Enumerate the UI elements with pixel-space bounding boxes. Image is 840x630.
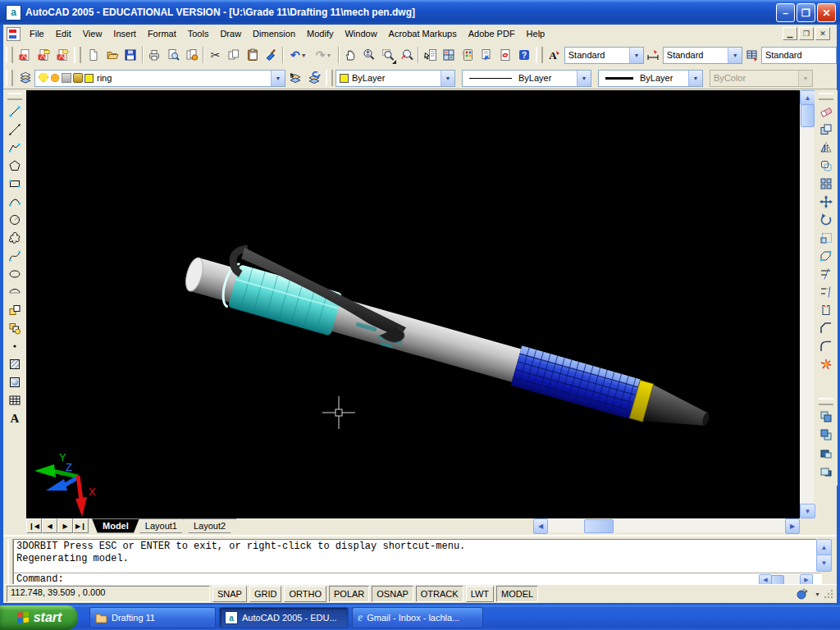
make-block-button[interactable] xyxy=(5,319,25,337)
save-button[interactable] xyxy=(121,45,140,65)
ellipse-button[interactable] xyxy=(5,265,25,283)
text-style-button[interactable]: A xyxy=(546,45,564,65)
layers-toolbar-grip[interactable] xyxy=(6,70,13,86)
menu-edit[interactable]: Edit xyxy=(50,26,77,41)
tab-layout2[interactable]: Layout2 xyxy=(183,518,236,533)
convert-to-pdf-and-review-button[interactable] xyxy=(53,45,72,65)
toggle-otrack[interactable]: OTRACK xyxy=(416,586,463,602)
pan-realtime-button[interactable] xyxy=(341,45,360,65)
open-button[interactable] xyxy=(103,45,121,65)
new-button[interactable] xyxy=(84,45,103,65)
arc-button[interactable] xyxy=(5,193,25,211)
table-button[interactable] xyxy=(5,391,25,409)
zoom-previous-button[interactable] xyxy=(397,45,416,65)
first-tab-button[interactable]: ❙◀ xyxy=(26,518,42,533)
combo-arrow-icon[interactable]: ▼ xyxy=(577,71,591,86)
layer-lock-icon[interactable] xyxy=(73,73,83,83)
dim-style-combo[interactable]: Standard▼ xyxy=(663,47,742,64)
toggle-polar[interactable]: POLAR xyxy=(329,586,369,602)
fillet-button[interactable] xyxy=(816,337,836,355)
plot-preview-button[interactable] xyxy=(164,45,183,65)
toggle-snap[interactable]: SNAP xyxy=(212,586,247,602)
draw-toolbar-grip[interactable] xyxy=(7,93,22,100)
canvas-vscrollbar[interactable]: ▲ ▼ xyxy=(800,90,814,518)
scale-button[interactable] xyxy=(816,229,836,247)
drawing-file-icon[interactable] xyxy=(7,27,21,41)
canvas-hscrollbar[interactable]: ◀ ▶ xyxy=(533,518,800,532)
point-button[interactable] xyxy=(5,337,25,355)
scroll-left-button[interactable]: ◀ xyxy=(533,518,548,534)
scroll-down-button[interactable]: ▼ xyxy=(800,504,815,518)
color-combo[interactable]: ByLayer ▼ xyxy=(336,70,455,87)
hatch-button[interactable] xyxy=(5,355,25,373)
command-history[interactable]: 3DORBIT Press ESC or ENTER to exit, or r… xyxy=(13,539,822,575)
menu-format[interactable]: Format xyxy=(142,26,182,41)
redo-button[interactable]: ↷▼ xyxy=(311,45,336,65)
combo-arrow-icon[interactable]: ▼ xyxy=(688,71,702,86)
copy-button[interactable] xyxy=(225,45,244,65)
convert-to-adobe-pdf-button[interactable] xyxy=(16,45,34,65)
menu-draw[interactable]: Draw xyxy=(214,26,247,41)
hscroll-thumb[interactable] xyxy=(584,519,614,533)
properties-toolbar-grip[interactable] xyxy=(326,70,333,86)
array-button[interactable] xyxy=(816,175,836,193)
cut-button[interactable]: ✂ xyxy=(206,45,225,65)
mechanical-pencil-model[interactable] xyxy=(181,235,719,441)
rectangle-button[interactable] xyxy=(5,175,25,193)
dim-style-button[interactable] xyxy=(644,45,663,65)
undo-button[interactable]: ↶▼ xyxy=(285,45,311,65)
mdi-close-button[interactable]: ✕ xyxy=(815,27,830,40)
tab-layout1[interactable]: Layout1 xyxy=(135,518,188,533)
polygon-button[interactable] xyxy=(5,157,25,175)
table-style-button[interactable] xyxy=(742,45,761,65)
layer-vp-freeze-icon[interactable] xyxy=(62,73,71,83)
combo-arrow-icon[interactable]: ▼ xyxy=(441,71,454,86)
toggle-osnap[interactable]: OSNAP xyxy=(372,586,413,602)
next-tab-button[interactable]: ▶ xyxy=(57,518,73,533)
taskbar-item-drafting11[interactable]: Drafting 11 xyxy=(89,607,216,628)
polyline-button[interactable] xyxy=(5,139,25,157)
draw-order-grip[interactable] xyxy=(819,398,833,405)
layer-color-swatch[interactable] xyxy=(84,74,94,83)
combo-arrow-icon[interactable]: ▼ xyxy=(629,48,643,63)
menu-acrobat-markups[interactable]: Acrobat Markups xyxy=(383,26,463,41)
prev-tab-button[interactable]: ◀ xyxy=(42,518,57,533)
layer-previous-button[interactable] xyxy=(304,68,323,88)
mdi-restore-button[interactable]: ❐ xyxy=(799,27,814,40)
layer-properties-manager-button[interactable] xyxy=(16,68,34,88)
menu-tools[interactable]: Tools xyxy=(182,26,215,41)
tool-palettes-button[interactable] xyxy=(459,45,477,65)
standard-toolbar-grip[interactable] xyxy=(74,47,81,63)
layer-on-icon[interactable] xyxy=(39,73,48,83)
menu-view[interactable]: View xyxy=(77,26,108,41)
convert-to-pdf-and-email-button[interactable] xyxy=(34,45,53,65)
match-properties-button[interactable] xyxy=(262,45,281,65)
mdi-minimize-button[interactable]: ▁ xyxy=(783,27,797,40)
toggle-model[interactable]: MODEL xyxy=(496,586,538,602)
send-to-back-button[interactable] xyxy=(816,426,836,444)
pdf-toolbar-grip[interactable] xyxy=(6,47,13,63)
scroll-down-button[interactable]: ▼ xyxy=(816,555,832,572)
make-object-layer-current-button[interactable] xyxy=(285,68,304,88)
modify-toolbar-grip[interactable] xyxy=(819,93,833,100)
command-vscrollbar[interactable]: ▲ ▼ xyxy=(816,539,830,572)
linetype-combo[interactable]: ByLayer ▼ xyxy=(462,70,591,87)
extend-button[interactable] xyxy=(816,283,836,301)
text-style-combo[interactable]: Standard▼ xyxy=(564,47,644,64)
combo-arrow-icon[interactable]: ▼ xyxy=(728,48,742,63)
paste-button[interactable] xyxy=(244,45,262,65)
layer-freeze-icon[interactable] xyxy=(50,73,60,83)
zoom-window-button[interactable] xyxy=(379,45,398,65)
tab-model[interactable]: Model xyxy=(92,518,139,533)
break-button[interactable] xyxy=(816,301,836,319)
ellipse-arc-button[interactable] xyxy=(5,283,25,301)
maximize-button[interactable]: ❐ xyxy=(797,3,815,22)
trim-button[interactable] xyxy=(816,265,836,283)
command-hscrollbar[interactable]: ◀ ▶ xyxy=(759,574,813,584)
status-tray-arrow-icon[interactable]: ▼ xyxy=(815,591,820,597)
minimize-button[interactable]: – xyxy=(776,3,795,22)
stretch-button[interactable] xyxy=(816,247,836,265)
menu-file[interactable]: File xyxy=(24,26,50,41)
copy-object-button[interactable] xyxy=(816,121,836,139)
taskbar-item-gmail[interactable]: e Gmail - Inbox - lachla... xyxy=(352,607,483,628)
